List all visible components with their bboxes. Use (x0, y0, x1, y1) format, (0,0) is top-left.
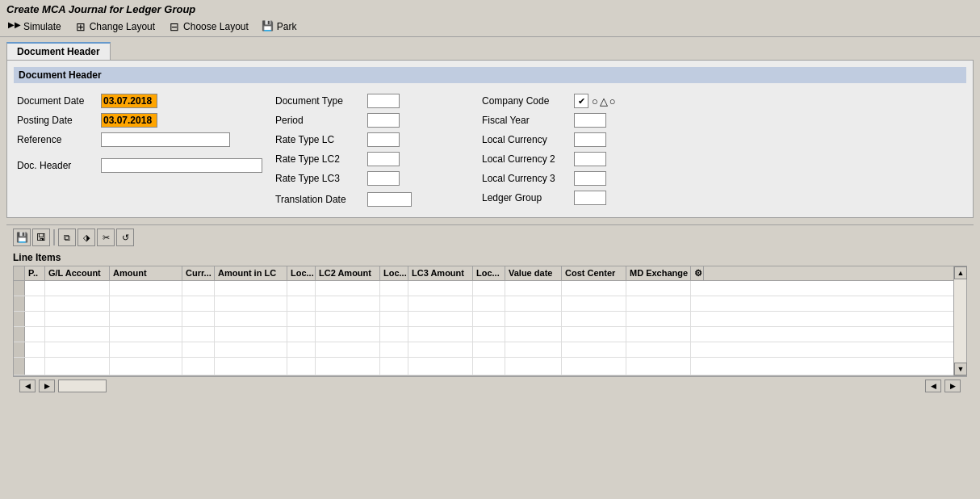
td-lc2-6[interactable] (316, 358, 380, 375)
h-scroll-next-button[interactable]: ▶ (944, 379, 961, 392)
rate-type-lc3-input[interactable] (367, 171, 400, 186)
td-lc3-4[interactable] (408, 327, 473, 342)
td-vdate-5[interactable] (505, 342, 562, 357)
td-cc-6[interactable] (562, 358, 626, 375)
td-lc2-3[interactable] (316, 312, 380, 326)
td-lc3-5[interactable] (408, 342, 473, 357)
td-cc-1[interactable] (562, 281, 626, 296)
td-loc3-6[interactable] (473, 358, 505, 375)
document-date-input[interactable] (101, 94, 157, 108)
td-loc-3[interactable] (287, 312, 316, 326)
td-loc2-6[interactable] (380, 358, 408, 375)
scroll-up-button[interactable]: ▲ (954, 266, 967, 279)
td-vdate-1[interactable] (505, 281, 562, 296)
td-loc-1[interactable] (287, 281, 316, 296)
h-scroll-prev-button[interactable]: ◀ (925, 379, 941, 392)
rate-type-lc2-input[interactable] (367, 152, 400, 166)
th-settings[interactable]: ⚙ (691, 266, 704, 280)
td-vdate-4[interactable] (505, 327, 562, 342)
td-amount-4[interactable] (110, 327, 182, 342)
td-curr-5[interactable] (182, 342, 215, 357)
td-md-1[interactable] (626, 281, 691, 296)
td-lc-2[interactable] (215, 296, 287, 311)
scroll-left-button[interactable]: ◀ (19, 379, 36, 392)
td-gl-2[interactable] (45, 296, 110, 311)
td-amount-3[interactable] (110, 312, 182, 326)
local-currency3-input[interactable] (574, 171, 606, 186)
row-selector-1[interactable] (14, 281, 25, 296)
td-loc-5[interactable] (287, 342, 316, 357)
td-md-5[interactable] (626, 342, 691, 357)
td-lc-6[interactable] (215, 358, 287, 375)
li-cut-button[interactable]: ✂ (97, 229, 115, 246)
td-lc3-2[interactable] (408, 296, 473, 311)
li-redo-button[interactable]: ↺ (116, 229, 134, 246)
change-layout-button[interactable]: ⊞ Change Layout (73, 19, 157, 34)
td-curr-4[interactable] (182, 327, 215, 342)
td-md-4[interactable] (626, 327, 691, 342)
td-loc-4[interactable] (287, 327, 316, 342)
td-gl-6[interactable] (45, 358, 110, 375)
td-amount-5[interactable] (110, 342, 182, 357)
td-loc3-2[interactable] (473, 296, 505, 311)
td-loc3-3[interactable] (473, 312, 505, 326)
td-cc-5[interactable] (562, 342, 626, 357)
td-lc2-2[interactable] (316, 296, 380, 311)
td-curr-3[interactable] (182, 312, 215, 326)
td-cc-4[interactable] (562, 327, 626, 342)
td-md-2[interactable] (626, 296, 691, 311)
td-loc3-1[interactable] (473, 281, 505, 296)
td-loc2-1[interactable] (380, 281, 408, 296)
td-cc-3[interactable] (562, 312, 626, 326)
td-md-3[interactable] (626, 312, 691, 326)
td-vdate-3[interactable] (505, 312, 562, 326)
td-lc2-1[interactable] (316, 281, 380, 296)
td-gl-5[interactable] (45, 342, 110, 357)
td-gl-1[interactable] (45, 281, 110, 296)
fiscal-year-input[interactable] (574, 113, 606, 128)
td-vdate-2[interactable] (505, 296, 562, 311)
td-lc3-6[interactable] (408, 358, 473, 375)
ledger-group-input[interactable] (574, 191, 606, 205)
posting-date-input[interactable] (101, 113, 157, 128)
park-button[interactable]: 💾 Park (260, 19, 299, 34)
period-input[interactable] (367, 113, 400, 128)
td-loc2-2[interactable] (380, 296, 408, 311)
doc-header-input[interactable] (101, 158, 262, 173)
row-selector-2[interactable] (14, 296, 25, 311)
td-p-3[interactable] (25, 312, 45, 326)
choose-layout-button[interactable]: ⊟ Choose Layout (166, 19, 250, 34)
company-code-checkbox[interactable]: ✔ (574, 94, 588, 108)
td-lc3-1[interactable] (408, 281, 473, 296)
td-lc2-4[interactable] (316, 327, 380, 342)
local-currency-input[interactable] (574, 132, 606, 147)
td-lc-3[interactable] (215, 312, 287, 326)
reference-input[interactable] (101, 132, 230, 147)
td-gl-3[interactable] (45, 312, 110, 326)
td-loc2-4[interactable] (380, 327, 408, 342)
li-save-button[interactable]: 💾 (13, 229, 31, 246)
td-lc3-3[interactable] (408, 312, 473, 326)
td-curr-2[interactable] (182, 296, 215, 311)
row-selector-5[interactable] (14, 342, 25, 357)
td-loc2-5[interactable] (380, 342, 408, 357)
td-loc-2[interactable] (287, 296, 316, 311)
td-p-5[interactable] (25, 342, 45, 357)
row-selector-4[interactable] (14, 327, 25, 342)
scroll-down-button[interactable]: ▼ (954, 363, 967, 375)
td-lc-1[interactable] (215, 281, 287, 296)
td-amount-1[interactable] (110, 281, 182, 296)
td-amount-6[interactable] (110, 358, 182, 375)
row-selector-3[interactable] (14, 312, 25, 326)
td-p-6[interactable] (25, 358, 45, 375)
td-p-2[interactable] (25, 296, 45, 311)
td-curr-6[interactable] (182, 358, 215, 375)
td-loc3-4[interactable] (473, 327, 505, 342)
td-lc-5[interactable] (215, 342, 287, 357)
td-vdate-6[interactable] (505, 358, 562, 375)
document-type-input[interactable] (367, 94, 400, 108)
local-currency2-input[interactable] (574, 152, 606, 166)
li-save2-button[interactable]: 🖫 (32, 229, 50, 246)
td-p-4[interactable] (25, 327, 45, 342)
td-amount-2[interactable] (110, 296, 182, 311)
